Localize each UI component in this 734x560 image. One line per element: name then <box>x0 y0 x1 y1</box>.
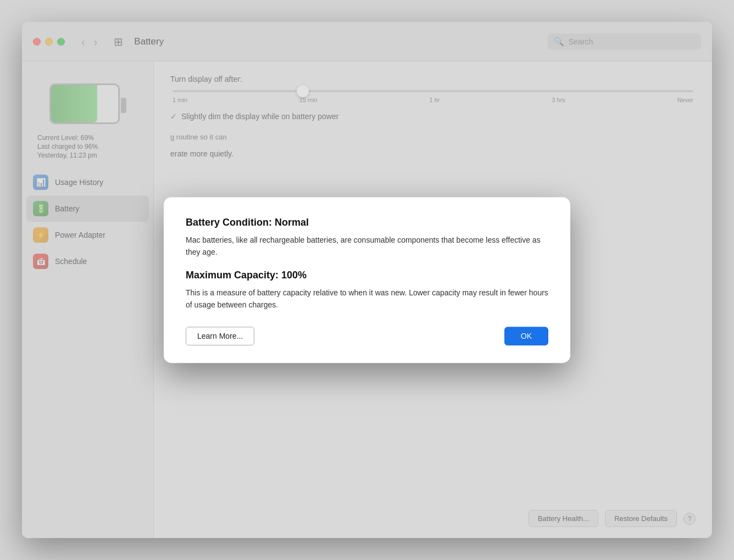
dialog-subtitle: Maximum Capacity: 100% <box>186 270 548 281</box>
ok-button[interactable]: OK <box>504 327 548 345</box>
learn-more-button[interactable]: Learn More... <box>186 327 254 345</box>
dialog-title: Battery Condition: Normal <box>186 217 548 228</box>
dialog-footer: Learn More... OK <box>186 327 548 345</box>
dialog-subtitle-body: This is a measure of battery capacity re… <box>186 287 548 311</box>
dialog-body: Mac batteries, like all rechargeable bat… <box>186 234 548 259</box>
main-window: ‹ › ⊞ Battery 🔍 Current Level: 69% <box>22 22 712 538</box>
battery-condition-dialog: Battery Condition: Normal Mac batteries,… <box>164 197 570 363</box>
